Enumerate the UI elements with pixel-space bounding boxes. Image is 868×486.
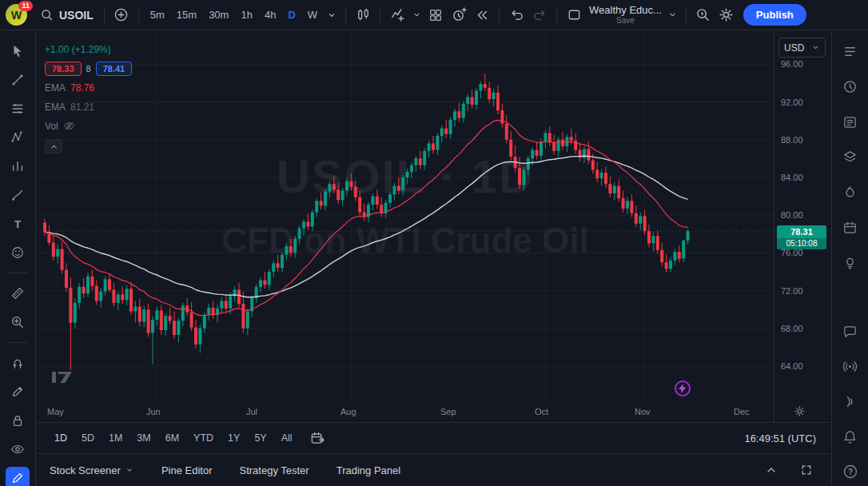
undo-button[interactable] <box>505 4 528 26</box>
forecast-tool[interactable] <box>6 155 30 177</box>
time-axis[interactable]: MayJunJulAugSepOctNovDec <box>37 403 774 422</box>
interval-5m[interactable]: 5m <box>145 5 170 26</box>
eye-off-icon[interactable] <box>63 120 75 132</box>
panel-collapse-chevron-up-icon[interactable] <box>760 459 782 481</box>
hotlists-flame-icon[interactable] <box>838 181 862 203</box>
notifications-bell-icon[interactable] <box>838 425 862 448</box>
xabcd-pattern-tool[interactable] <box>6 126 30 149</box>
range-5y[interactable]: 5Y <box>248 428 273 448</box>
interval-chevron-down-icon[interactable] <box>324 4 340 26</box>
chart-settings-gear-icon[interactable] <box>715 4 738 26</box>
create-alert-button[interactable] <box>448 4 470 26</box>
sell-bid-button[interactable]: 78.33 <box>45 62 82 76</box>
volume-label[interactable]: Vol <box>45 121 58 132</box>
live-waves-icon[interactable] <box>838 390 862 412</box>
interval-4h[interactable]: 4h <box>259 5 281 26</box>
range-all[interactable]: All <box>275 428 299 448</box>
quick-search-icon[interactable] <box>692 4 715 26</box>
price-tick: 80.00 <box>781 210 803 220</box>
text-tool[interactable]: T <box>6 213 30 235</box>
toolbar-separator <box>7 342 28 343</box>
interval-1h[interactable]: 1h <box>235 5 257 26</box>
indicators-button[interactable] <box>386 4 408 26</box>
tab-strategy-tester[interactable]: Strategy Tester <box>239 464 309 476</box>
trend-line-tool[interactable] <box>6 69 30 91</box>
go-to-date-icon[interactable] <box>307 427 329 449</box>
help-icon[interactable]: ? <box>838 460 862 483</box>
price-scale[interactable]: USD 96.0092.0088.0084.0080.0076.0072.006… <box>774 31 830 422</box>
lock-drawings-tool[interactable] <box>6 409 30 432</box>
layout-chevron-down-icon[interactable] <box>666 4 680 26</box>
tradingview-watermark-logo[interactable] <box>51 370 74 384</box>
range-3m[interactable]: 3M <box>130 428 157 448</box>
indicator-templates-chevron-icon[interactable] <box>409 4 424 26</box>
emoji-tool[interactable] <box>6 241 30 264</box>
drawing-pencil-tool[interactable] <box>6 380 30 403</box>
range-1m[interactable]: 1M <box>102 428 129 448</box>
legend-collapse-button[interactable] <box>45 140 62 153</box>
utc-clock[interactable]: 16:49:51 (UTC) <box>744 432 819 444</box>
measure-ruler-tool[interactable] <box>6 282 30 305</box>
grid-layout-button[interactable] <box>424 4 447 26</box>
event-lightning-badge[interactable] <box>675 380 691 396</box>
tab-label: Strategy Tester <box>239 464 309 476</box>
news-headlines-icon[interactable] <box>838 110 862 133</box>
brush-tool[interactable] <box>6 184 30 206</box>
buy-ask-button[interactable]: 78.41 <box>96 62 133 76</box>
scale-settings-gear-icon[interactable] <box>794 405 806 417</box>
active-drawing-tool[interactable] <box>6 467 30 486</box>
tab-pine-editor[interactable]: Pine Editor <box>161 464 213 476</box>
object-tree-layers-icon[interactable] <box>838 145 862 168</box>
economic-calendar-icon[interactable] <box>838 216 862 238</box>
chart-style-candles-button[interactable] <box>352 4 374 26</box>
range-ytd[interactable]: YTD <box>187 428 220 448</box>
bottom-panel: Stock Screener Pine Editor Strategy Test… <box>37 453 830 486</box>
divider <box>104 6 105 24</box>
ideas-lightbulb-icon[interactable] <box>838 251 862 273</box>
price-tick: 96.00 <box>781 59 803 69</box>
tab-trading-panel[interactable]: Trading Panel <box>336 464 400 476</box>
cursor-tool[interactable] <box>6 40 30 62</box>
interval-1w[interactable]: W <box>302 5 323 26</box>
ema-fast-value: 78.76 <box>70 82 94 94</box>
range-1y[interactable]: 1Y <box>221 428 246 448</box>
chat-icon[interactable] <box>838 320 862 342</box>
range-5d[interactable]: 5D <box>75 428 101 448</box>
alerts-clock-icon[interactable] <box>838 75 862 98</box>
price-tick: 84.00 <box>781 173 803 182</box>
symbol-name: USOIL <box>59 9 94 22</box>
divider <box>138 6 139 24</box>
panel-maximize-icon[interactable] <box>795 459 818 481</box>
hide-drawings-eye-tool[interactable] <box>6 438 30 460</box>
tab-stock-screener[interactable]: Stock Screener <box>50 464 134 476</box>
search-icon <box>39 8 54 22</box>
layout-name-button[interactable]: Wealthy Educ... Save <box>586 5 665 25</box>
ema-slow-label[interactable]: EMA <box>45 102 66 113</box>
ema-fast-label[interactable]: EMA <box>45 82 66 94</box>
tradingview-logo-menu[interactable]: W 11 <box>6 4 27 26</box>
time-tick: Oct <box>535 407 548 416</box>
interval-15m[interactable]: 15m <box>171 5 202 26</box>
candlestick-chart[interactable] <box>37 31 774 403</box>
watchlist-icon[interactable] <box>838 40 862 62</box>
price-tick: 64.00 <box>781 361 803 371</box>
fib-retracement-tool[interactable] <box>6 98 30 120</box>
interval-30m[interactable]: 30m <box>203 5 234 26</box>
date-range-toolbar: 1D 5D 1M 3M 6M YTD 1Y 5Y All 16:49:51 (U… <box>37 422 830 453</box>
bar-replay-button[interactable] <box>471 4 493 26</box>
publish-button[interactable]: Publish <box>743 4 806 26</box>
redo-button[interactable] <box>528 4 551 26</box>
range-6m[interactable]: 6M <box>159 428 185 448</box>
interval-1d-active[interactable]: D <box>282 5 301 26</box>
magnet-tool[interactable] <box>6 352 30 374</box>
compare-add-symbol-button[interactable] <box>110 4 133 26</box>
zoom-in-tool[interactable] <box>6 311 30 333</box>
streams-broadcast-icon[interactable] <box>838 355 862 377</box>
range-1d[interactable]: 1D <box>48 428 74 448</box>
last-price-label: 78.31 05:10:08 <box>777 225 826 249</box>
save-layout-icon[interactable] <box>563 4 585 26</box>
time-tick: Sep <box>440 407 456 416</box>
symbol-search-button[interactable]: USOIL <box>34 4 98 26</box>
chart-pane[interactable]: USOIL · 1D CFD on WTI Crude Oil +1.00 (+… <box>37 31 774 403</box>
currency-dropdown[interactable]: USD <box>778 38 826 58</box>
